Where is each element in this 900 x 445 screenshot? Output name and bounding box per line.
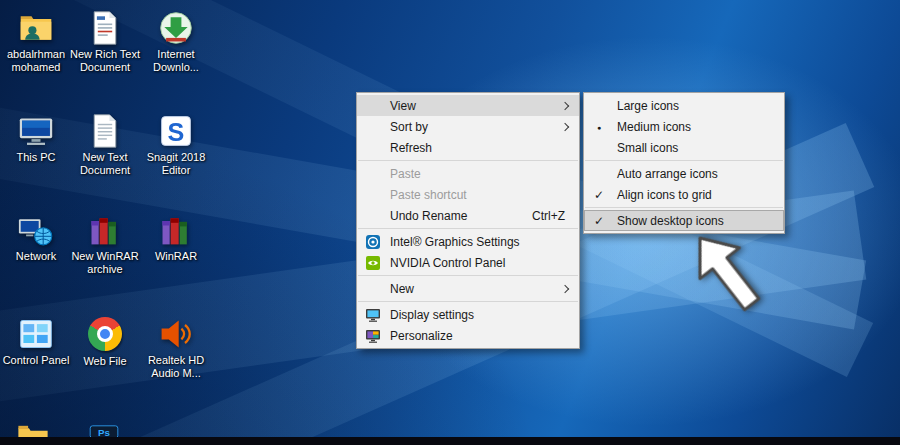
- svg-text:Ps: Ps: [98, 427, 111, 437]
- menu-item-paste-shortcut: Paste shortcut: [357, 184, 579, 205]
- computer-icon: [18, 113, 54, 149]
- radio-bullet-icon: ●: [597, 123, 601, 130]
- menu-separator: [585, 160, 783, 161]
- taskbar[interactable]: [0, 437, 900, 445]
- desktop-icon-label: New Text Document: [68, 151, 142, 177]
- desktop-icon-network[interactable]: Network: [0, 212, 73, 263]
- desktop-icon-web-file[interactable]: Web File: [68, 316, 142, 368]
- desktop-icon-label: Realtek HD Audio M...: [139, 354, 213, 380]
- desktop-icon-label: Internet Downlo...: [139, 48, 213, 74]
- desktop-icon-winrar[interactable]: WinRAR: [139, 212, 213, 263]
- menu-item-undo-rename[interactable]: Undo Rename Ctrl+Z: [357, 205, 579, 226]
- winrar-books-icon: [158, 212, 194, 248]
- submenu-chevron-icon: [561, 122, 569, 130]
- desktop-icon-label: Control Panel: [0, 354, 73, 367]
- checkmark-icon: ✓: [594, 188, 604, 202]
- submenu-item-align-icons-to-grid[interactable]: ✓ Align icons to grid: [584, 184, 784, 205]
- desktop-icon-user-folder[interactable]: abdalrhman mohamed: [0, 10, 73, 74]
- menu-separator: [358, 228, 578, 229]
- menu-separator: [358, 275, 578, 276]
- submenu-chevron-icon: [561, 284, 569, 292]
- personalize-icon: [365, 328, 381, 344]
- desktop-icon-new-rich-text-document[interactable]: New Rich Text Document: [68, 10, 142, 74]
- menu-item-sort-by[interactable]: Sort by: [357, 116, 579, 137]
- menu-item-personalize[interactable]: Personalize: [357, 325, 579, 346]
- menu-item-display-settings[interactable]: Display settings: [357, 304, 579, 325]
- menu-item-refresh[interactable]: Refresh: [357, 137, 579, 158]
- desktop-icon-snagit[interactable]: S Snagit 2018 Editor: [139, 113, 213, 177]
- desktop-icon-control-panel[interactable]: Control Panel: [0, 316, 73, 367]
- submenu-item-large-icons[interactable]: Large icons: [584, 95, 784, 116]
- display-icon: [365, 307, 381, 323]
- idm-icon: [158, 10, 194, 46]
- text-document-icon: [87, 113, 123, 149]
- desktop-icon-realtek-audio[interactable]: Realtek HD Audio M...: [139, 316, 213, 380]
- submenu-item-small-icons[interactable]: Small icons: [584, 137, 784, 158]
- desktop-icon-this-pc[interactable]: This PC: [0, 113, 73, 164]
- menu-separator: [585, 207, 783, 208]
- chrome-icon: [87, 317, 123, 353]
- menu-separator: [358, 301, 578, 302]
- user-folder-icon: [18, 10, 54, 46]
- menu-item-paste: Paste: [357, 163, 579, 184]
- menu-item-new[interactable]: New: [357, 278, 579, 299]
- menu-item-intel-graphics-settings[interactable]: Intel® Graphics Settings: [357, 231, 579, 252]
- desktop-icon-label: This PC: [0, 151, 73, 164]
- intel-graphics-icon: [365, 234, 381, 250]
- desktop[interactable]: abdalrhman mohamed This PC Network Contr…: [0, 0, 900, 445]
- view-submenu: Large icons ● Medium icons Small icons A…: [583, 92, 785, 234]
- desktop-icon-new-text-document[interactable]: New Text Document: [68, 113, 142, 177]
- snagit-icon: S: [158, 113, 194, 149]
- partial-photoshop-icon: Ps: [88, 424, 120, 437]
- submenu-chevron-icon: [561, 101, 569, 109]
- desktop-context-menu: View Sort by Refresh Paste Paste shortcu…: [356, 92, 580, 349]
- submenu-item-show-desktop-icons[interactable]: ✓ Show desktop icons: [584, 210, 784, 231]
- desktop-icon-label: New WinRAR archive: [68, 250, 142, 276]
- checkmark-icon: ✓: [594, 214, 604, 228]
- svg-text:S: S: [168, 118, 185, 146]
- desktop-icon-label: New Rich Text Document: [68, 48, 142, 74]
- submenu-item-medium-icons[interactable]: ● Medium icons: [584, 116, 784, 137]
- winrar-books-icon: [87, 212, 123, 248]
- desktop-icon-internet-download-manager[interactable]: Internet Downlo...: [139, 10, 213, 74]
- annotation-arrow: [675, 218, 778, 326]
- desktop-icon-label: Network: [0, 250, 73, 263]
- desktop-icon-label: Web File: [68, 355, 142, 368]
- menu-item-nvidia-control-panel[interactable]: NVIDIA Control Panel: [357, 252, 579, 273]
- keyboard-shortcut: Ctrl+Z: [532, 209, 565, 223]
- partial-folder-icon: [16, 424, 50, 437]
- desktop-icon-label: Snagit 2018 Editor: [139, 151, 213, 177]
- nvidia-icon: [365, 255, 381, 271]
- network-icon: [18, 212, 54, 248]
- menu-separator: [358, 160, 578, 161]
- control-panel-icon: [18, 316, 54, 352]
- menu-item-view[interactable]: View: [357, 95, 579, 116]
- desktop-icon-label: WinRAR: [139, 250, 213, 263]
- desktop-icon-label: abdalrhman mohamed: [0, 48, 73, 74]
- desktop-icon-new-winrar-archive[interactable]: New WinRAR archive: [68, 212, 142, 276]
- submenu-item-auto-arrange-icons[interactable]: Auto arrange icons: [584, 163, 784, 184]
- rich-text-document-icon: [87, 10, 123, 46]
- speaker-icon: [158, 316, 194, 352]
